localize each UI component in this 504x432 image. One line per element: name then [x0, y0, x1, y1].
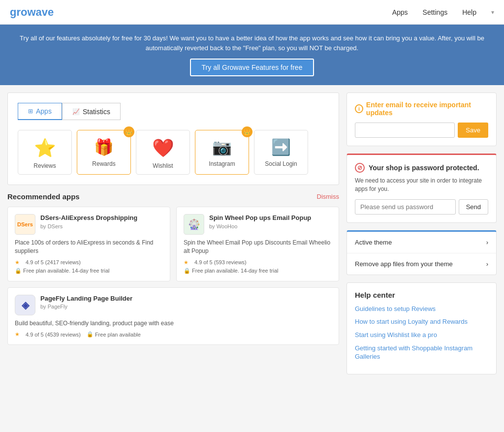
dsers-info: DSers-AliExpress Dropshipping by DSers [40, 214, 137, 229]
apps-tabs-container: ⊞ Apps 📈 Statistics ⭐ Reviews 👑 🎁 [7, 93, 339, 185]
email-section: i Enter email to receive important updat… [346, 93, 497, 146]
email-title: i Enter email to receive important updat… [355, 101, 488, 117]
recommended-title: Recommended apps [7, 192, 80, 201]
instagram-crown-badge: 👑 [242, 126, 252, 137]
pagefly-header: ◈ PageFly Landing Page Builder by PageFl… [15, 295, 332, 315]
apps-grid: ⭐ Reviews 👑 🎁 Rewards ❤️ Wishlist 👑 [18, 130, 329, 175]
pagefly-lock-icon: 🔒 [87, 331, 94, 338]
save-email-button[interactable]: Save [458, 123, 488, 138]
apps-tab-icon: ⊞ [28, 108, 33, 115]
rewards-icon: 🎁 [82, 138, 126, 156]
email-title-text: Enter email to receive important updates [366, 101, 488, 117]
password-input-row: Send [355, 199, 488, 215]
woo-rating: 4.9 of 5 (593 reviews) [194, 259, 247, 265]
password-input[interactable] [355, 199, 456, 215]
remove-app-files-item[interactable]: Remove app files from your theme › [347, 253, 496, 275]
theme-section: Active theme › Remove app files from you… [346, 230, 497, 275]
nav-apps[interactable]: Apps [392, 8, 408, 16]
rec-card-dsers[interactable]: DSers DSers-AliExpress Dropshipping by D… [7, 207, 170, 281]
tab-apps[interactable]: ⊞ Apps [18, 103, 62, 120]
password-section: ⊘ Your shop is password protected. We ne… [346, 154, 497, 223]
help-center-section: Help center Guidelines to setup Reviews … [346, 282, 497, 374]
help-center-title: Help center [355, 291, 488, 299]
pagefly-plan: Free plan available [95, 332, 141, 338]
rec-card-pagefly[interactable]: ◈ PageFly Landing Page Builder by PageFl… [7, 287, 339, 345]
password-description: We need to access your site in order to … [355, 177, 488, 193]
email-input[interactable] [355, 123, 455, 138]
pagefly-desc: Build beautiful, SEO-friendly landing, p… [15, 319, 332, 328]
rec-card-woo[interactable]: 🎡 Spin Wheel Pop ups Email Popup by WooH… [176, 207, 339, 281]
pagefly-name: PageFly Landing Page Builder [40, 295, 132, 303]
active-theme-chevron-icon: › [486, 239, 488, 246]
dsers-meta: ★ 4.9 of 5 (2417 reviews) [15, 259, 163, 266]
help-link-reviews[interactable]: Guidelines to setup Reviews [355, 305, 488, 313]
tab-statistics[interactable]: 📈 Statistics [62, 103, 121, 120]
remove-app-files-chevron-icon: › [486, 260, 488, 268]
dismiss-button[interactable]: Dismiss [317, 193, 340, 200]
active-theme-label: Active theme [355, 239, 392, 246]
logo-text-1: gro [10, 6, 27, 18]
wishlist-icon: ❤️ [141, 138, 185, 158]
dsers-star-icon: ★ [15, 259, 20, 266]
email-input-row: Save [355, 123, 488, 138]
main-layout: ⊞ Apps 📈 Statistics ⭐ Reviews 👑 🎁 [0, 85, 504, 382]
nav-settings[interactable]: Settings [423, 8, 448, 16]
dsers-desc: Place 100s of orders to AliExpress in se… [15, 239, 163, 255]
woo-name: Spin Wheel Pop ups Email Popup [209, 214, 311, 222]
pagefly-rating: 4.9 of 5 (4539 reviews) [26, 332, 81, 338]
pagefly-logo: ◈ [15, 295, 35, 315]
woo-desc: Spin the Wheel Email Pop ups Discounts E… [184, 239, 332, 255]
pagefly-meta: ★ 4.9 of 5 (4539 reviews) 🔒 Free plan av… [15, 331, 332, 338]
rewards-label: Rewards [82, 160, 126, 167]
dsers-plan-meta: 🔒 Free plan available. 14-day free trial [15, 268, 163, 274]
app-card-rewards[interactable]: 👑 🎁 Rewards [77, 130, 131, 175]
woo-star-icon: ★ [184, 259, 189, 266]
password-title: ⊘ Your shop is password protected. [355, 163, 488, 173]
recommended-header: Recommended apps Dismiss [7, 192, 339, 201]
tab-apps-label: Apps [36, 107, 52, 115]
stats-tab-icon: 📈 [72, 108, 80, 115]
app-card-social-login[interactable]: ➡️ Social Login [254, 130, 308, 175]
left-panel: ⊞ Apps 📈 Statistics ⭐ Reviews 👑 🎁 [7, 93, 339, 374]
rewards-crown-badge: 👑 [124, 126, 134, 137]
woo-header: 🎡 Spin Wheel Pop ups Email Popup by WooH… [184, 214, 332, 235]
app-card-reviews[interactable]: ⭐ Reviews [18, 130, 72, 175]
dsers-name: DSers-AliExpress Dropshipping [40, 214, 137, 222]
banner-text: Try all of our features absolutely for f… [20, 33, 484, 53]
tabs-row: ⊞ Apps 📈 Statistics [18, 103, 329, 120]
app-card-wishlist[interactable]: ❤️ Wishlist [136, 130, 190, 175]
help-link-loyalty[interactable]: How to start using Loyalty and Rewards [355, 318, 488, 326]
lock-icon: 🔒 [15, 268, 22, 274]
woo-plan: Free plan available. 14-day free trial [192, 268, 278, 274]
nav-help[interactable]: Help [462, 8, 476, 16]
send-password-button[interactable]: Send [459, 199, 488, 215]
pagefly-star-icon: ★ [15, 331, 20, 338]
dsers-plan: Free plan available. 14-day free trial [23, 268, 109, 274]
pagefly-free-badge: 🔒 Free plan available [87, 331, 141, 338]
nav-chevron-icon: ▾ [491, 9, 494, 16]
reviews-label: Reviews [23, 162, 66, 169]
no-entry-icon: ⊘ [355, 163, 365, 173]
right-panel: i Enter email to receive important updat… [346, 93, 497, 374]
woo-info: Spin Wheel Pop ups Email Popup by WooHoo [209, 214, 311, 229]
wishlist-label: Wishlist [141, 162, 185, 169]
trial-button[interactable]: Try all Growave Features for free [190, 59, 315, 76]
active-theme-item[interactable]: Active theme › [347, 232, 496, 253]
woo-meta: ★ 4.9 of 5 (593 reviews) [184, 259, 332, 266]
dsers-by: by DSers [40, 223, 137, 229]
app-card-instagram[interactable]: 👑 📷 Instagram [195, 130, 249, 175]
pagefly-by: by PageFly [40, 304, 132, 309]
tab-statistics-label: Statistics [83, 108, 110, 116]
dsers-rating: 4.9 of 5 (2417 reviews) [26, 259, 81, 265]
help-link-wishlist[interactable]: Start using Wishlist like a pro [355, 331, 488, 339]
pagefly-info: PageFly Landing Page Builder by PageFly [40, 295, 132, 310]
trial-banner: Try all of our features absolutely for f… [0, 25, 504, 85]
dsers-logo: DSers [15, 214, 35, 235]
header: growave Apps Settings Help ▾ [0, 0, 504, 25]
help-link-instagram[interactable]: Getting started with Shoppable Instagram… [355, 344, 488, 361]
recommended-grid: DSers DSers-AliExpress Dropshipping by D… [7, 207, 339, 281]
logo-wave: wave [27, 6, 54, 18]
instagram-icon: 📷 [200, 138, 244, 156]
reviews-icon: ⭐ [23, 138, 66, 158]
remove-app-files-label: Remove app files from your theme [355, 260, 453, 268]
